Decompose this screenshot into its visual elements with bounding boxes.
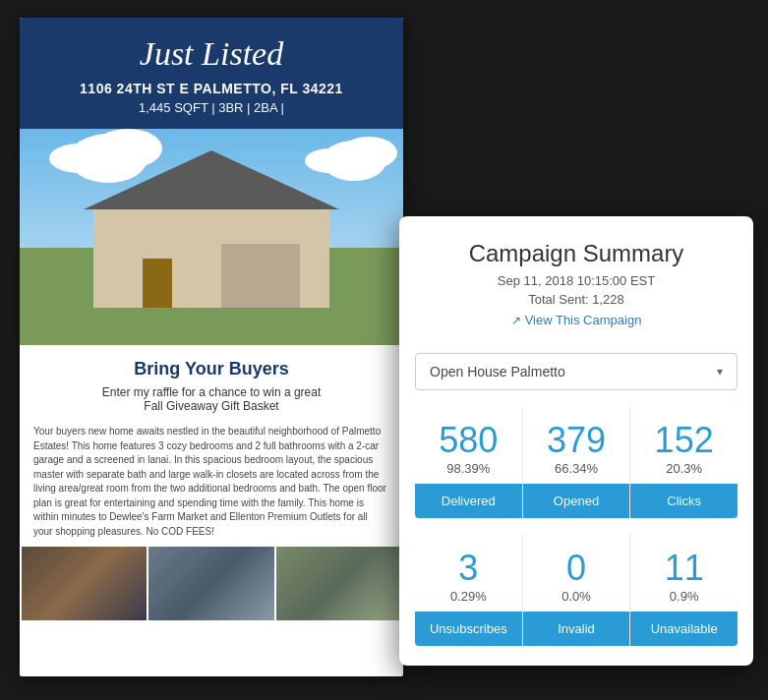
campaign-dropdown[interactable]: Open House Palmetto ▾ xyxy=(415,353,738,390)
flyer-tagline-sub: Enter my raffle for a chance to win a gr… xyxy=(39,385,384,399)
stat-unsubscribes: 3 0.29% Unsubscribes xyxy=(415,534,522,646)
flyer-tagline: Bring Your Buyers Enter my raffle for a … xyxy=(20,345,403,419)
flyer-tagline-prize: Fall Giveaway Gift Basket xyxy=(39,399,384,413)
delivered-percent: 98.39% xyxy=(415,461,522,476)
flyer-specs: 1,445 SQFT | 3BR | 2BA | xyxy=(30,100,393,115)
stat-clicks: 152 20.3% Clicks xyxy=(630,406,738,518)
clicks-button[interactable]: Clicks xyxy=(630,484,738,518)
campaign-date: Sep 11, 2018 10:15:00 EST xyxy=(419,273,734,288)
flyer-tagline-heading: Bring Your Buyers xyxy=(39,359,384,379)
opened-number: 379 xyxy=(523,406,630,461)
flyer-header: Just Listed 1106 24TH ST E PALMETTO, FL … xyxy=(20,18,403,129)
flyer-photos xyxy=(20,547,403,620)
flyer-photo-2 xyxy=(148,547,273,620)
stat-invalid: 0 0.0% Invalid xyxy=(523,534,630,646)
unsubscribes-number: 3 xyxy=(415,534,522,589)
flyer-photo-3 xyxy=(276,547,401,620)
clicks-percent: 20.3% xyxy=(630,461,738,476)
campaign-card: Campaign Summary Sep 11, 2018 10:15:00 E… xyxy=(399,216,753,666)
invalid-button[interactable]: Invalid xyxy=(523,612,630,646)
unavailable-number: 11 xyxy=(630,534,738,589)
invalid-percent: 0.0% xyxy=(523,589,630,604)
opened-button[interactable]: Opened xyxy=(523,484,630,518)
unsubscribes-percent: 0.29% xyxy=(415,589,522,604)
invalid-number: 0 xyxy=(523,534,630,589)
flyer-body-text: Your buyers new home awaits nestled in t… xyxy=(20,419,403,547)
unavailable-button[interactable]: Unavailable xyxy=(630,612,738,646)
flyer-house-image xyxy=(20,129,403,345)
opened-percent: 66.34% xyxy=(523,461,630,476)
delivered-number: 580 xyxy=(415,406,522,461)
unsubscribes-button[interactable]: Unsubscribes xyxy=(415,612,522,646)
stats-grid-secondary: 3 0.29% Unsubscribes 0 0.0% Invalid 11 0… xyxy=(415,534,738,646)
flyer-photo-1 xyxy=(22,547,147,620)
delivered-button[interactable]: Delivered xyxy=(415,484,522,518)
unavailable-percent: 0.9% xyxy=(630,589,738,604)
campaign-sent: Total Sent: 1,228 xyxy=(419,292,734,307)
chevron-down-icon: ▾ xyxy=(717,365,723,379)
stat-delivered: 580 98.39% Delivered xyxy=(415,406,522,518)
dropdown-label: Open House Palmetto xyxy=(430,364,565,379)
flyer-title: Just Listed xyxy=(30,35,393,73)
stat-opened: 379 66.34% Opened xyxy=(523,406,630,518)
card-header: Campaign Summary Sep 11, 2018 10:15:00 E… xyxy=(399,216,753,343)
clicks-number: 152 xyxy=(630,406,738,461)
view-campaign-link[interactable]: View This Campaign xyxy=(419,313,734,327)
email-flyer: Just Listed 1106 24TH ST E PALMETTO, FL … xyxy=(20,18,403,676)
stat-unavailable: 11 0.9% Unavailable xyxy=(630,534,738,646)
flyer-address: 1106 24TH ST E PALMETTO, FL 34221 xyxy=(30,81,393,96)
campaign-title: Campaign Summary xyxy=(419,240,734,267)
stats-grid-primary: 580 98.39% Delivered 379 66.34% Opened 1… xyxy=(415,406,738,518)
